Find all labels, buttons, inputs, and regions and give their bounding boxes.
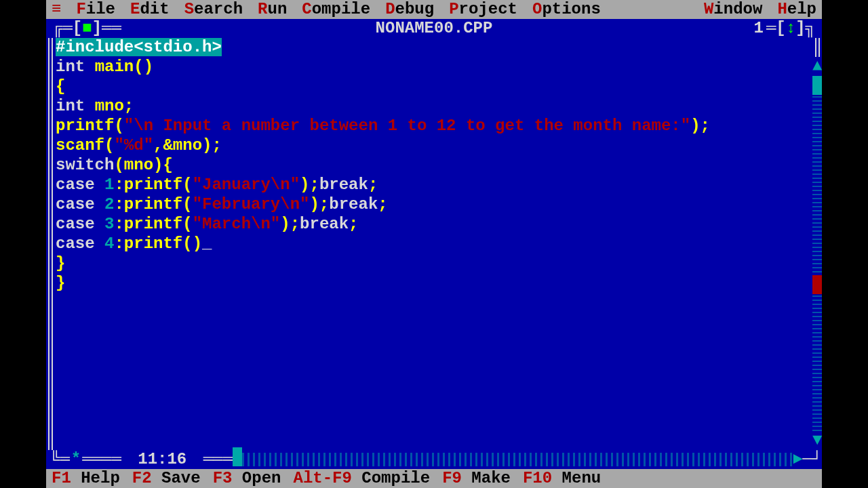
vertical-scrollbar[interactable]: ▲ ▼ bbox=[812, 57, 822, 450]
horizontal-scrollbar[interactable]: ◄ ► bbox=[233, 450, 802, 469]
menu-bar: ≡ File Edit Search Run Compile Debug Pro… bbox=[46, 0, 822, 19]
status-make[interactable]: F9 Make bbox=[442, 469, 511, 488]
status-open[interactable]: F3 Open bbox=[213, 469, 281, 488]
menu-options[interactable]: Options bbox=[532, 0, 601, 19]
menu-project[interactable]: Project bbox=[449, 0, 517, 19]
cursor-position: 11:16 bbox=[131, 450, 193, 469]
status-compile[interactable]: Alt-F9 Compile bbox=[293, 469, 430, 488]
scroll-up-icon[interactable]: ▲ bbox=[812, 57, 822, 76]
code-line: case 4:printf()_ bbox=[56, 235, 812, 254]
code-line: printf("\n Input a number between 1 to 1… bbox=[56, 117, 812, 136]
menu-window[interactable]: Window bbox=[704, 0, 762, 19]
scrollbar-thumb[interactable] bbox=[812, 76, 822, 95]
system-menu-icon[interactable]: ≡ bbox=[52, 0, 61, 19]
code-line: case 3:printf("March\n");break; bbox=[56, 215, 812, 235]
code-line: switch(mno){ bbox=[56, 156, 812, 176]
window-number: 1 bbox=[751, 19, 766, 38]
menu-compile[interactable]: Compile bbox=[302, 0, 370, 19]
status-menu[interactable]: F10 Menu bbox=[523, 469, 601, 488]
resize-corner-icon[interactable]: ─┘ bbox=[802, 450, 822, 469]
menu-run[interactable]: Run bbox=[258, 0, 287, 19]
code-line: case 1:printf("January\n");break; bbox=[56, 176, 812, 195]
code-line: case 2:printf("February\n");break; bbox=[56, 195, 812, 215]
code-line: #include<stdio.h> bbox=[56, 38, 222, 56]
status-help[interactable]: F1 Help bbox=[52, 469, 120, 488]
menu-file[interactable]: File bbox=[76, 0, 115, 19]
code-line: } bbox=[56, 274, 812, 293]
menu-debug[interactable]: Debug bbox=[385, 0, 434, 19]
code-editor[interactable]: #include<stdio.h> int main() { int mno; … bbox=[56, 38, 812, 450]
close-icon[interactable]: ■ bbox=[82, 19, 92, 38]
status-save[interactable]: F2 Save bbox=[132, 469, 201, 488]
menu-search[interactable]: Search bbox=[184, 0, 243, 19]
code-line: } bbox=[56, 254, 812, 274]
code-line: { bbox=[56, 77, 812, 97]
scroll-down-icon[interactable]: ▼ bbox=[812, 431, 822, 450]
modified-icon: * bbox=[70, 450, 82, 469]
code-line: int mno; bbox=[56, 97, 812, 117]
code-line: scanf("%d",&mno); bbox=[56, 136, 812, 156]
code-line: int main() bbox=[56, 58, 812, 77]
scrollbar-thumb[interactable] bbox=[233, 447, 242, 466]
menu-help[interactable]: Help bbox=[777, 0, 816, 19]
window-title: NONAME00.CPP bbox=[372, 19, 497, 38]
text-cursor: _ bbox=[202, 235, 212, 253]
editor-window: ╔═[■]══ NONAME00.CPP 1 ═[↕]╗ #include<st… bbox=[46, 19, 822, 469]
status-bar: F1 Help F2 Save F3 Open Alt-F9 Compile F… bbox=[46, 469, 822, 488]
menu-edit[interactable]: Edit bbox=[130, 0, 170, 19]
scroll-marker bbox=[812, 275, 822, 294]
zoom-icon[interactable]: ↕ bbox=[786, 19, 795, 38]
scroll-right-icon[interactable]: ► bbox=[793, 450, 802, 469]
